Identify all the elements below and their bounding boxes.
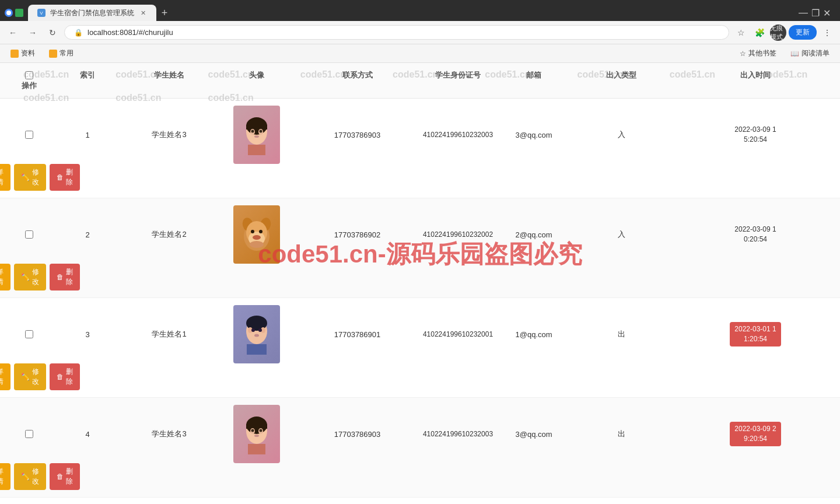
row1-phone: 17703786903 <box>303 131 411 139</box>
row1-checkbox[interactable] <box>12 131 47 139</box>
delete-icon: 🗑 <box>57 373 64 381</box>
bookmark-item-4[interactable]: 📖 阅读清单 <box>787 47 833 60</box>
edit-icon: ✏️ <box>21 273 30 281</box>
row2-edit-btn[interactable]: ✏️ 修改 <box>14 264 46 290</box>
bookmark-icon-1 <box>10 50 19 58</box>
row4-type: 出 <box>563 429 680 439</box>
menu-btn[interactable]: ⋮ <box>819 24 835 41</box>
row2-index: 2 <box>47 230 128 239</box>
svg-point-25 <box>254 334 259 337</box>
row2-action-btns: 📋 详情 ✏️ 修改 🗑 删除 <box>0 264 80 290</box>
svg-rect-3 <box>246 125 267 130</box>
svg-rect-29 <box>246 424 267 429</box>
tab-favicon: V <box>37 9 46 17</box>
row3-edit-btn[interactable]: ✏️ 修改 <box>14 363 46 390</box>
row3-detail-btn[interactable]: 📋 详情 <box>0 363 10 390</box>
bookmark-item-3[interactable]: ☆ 其他书签 <box>736 47 780 60</box>
row1-delete-btn[interactable]: 🗑 删除 <box>50 164 80 191</box>
svg-point-32 <box>251 429 254 432</box>
row3-delete-btn[interactable]: 🗑 删除 <box>50 363 80 390</box>
row2-type: 入 <box>563 229 680 240</box>
refresh-btn[interactable]: ↻ <box>44 24 61 41</box>
row1-detail-btn[interactable]: 📋 详情 <box>0 164 10 191</box>
row3-action-btns: 📋 详情 ✏️ 修改 🗑 删除 <box>0 363 80 390</box>
th-time: 出入时间 <box>680 70 831 80</box>
th-name: 学生姓名 <box>128 70 210 80</box>
row4-index: 4 <box>47 430 128 439</box>
row3-phone: 17703786901 <box>303 330 411 339</box>
row4-action-btns: 📋 详情 ✏️ 修改 🗑 删除 <box>0 463 80 490</box>
row3-actions: 📋 详情 ✏️ 修改 🗑 删除 <box>12 363 47 390</box>
table-row: 4 学生姓名3 17703786903 410224199610232003 3… <box>0 398 840 498</box>
row1-email: 3@qq.com <box>505 131 563 139</box>
minimize-btn[interactable]: — <box>799 8 808 18</box>
row4-detail-btn[interactable]: 📋 详情 <box>0 463 10 490</box>
update-btn[interactable]: 更新 <box>789 25 817 40</box>
svg-point-7 <box>260 130 262 133</box>
row1-name: 学生姓名3 <box>128 130 210 140</box>
row2-delete-btn[interactable]: 🗑 删除 <box>50 264 80 290</box>
table-header: 索引 学生姓名 头像 联系方式 学生身份证号 邮箱 出入类型 出入时间 操作 <box>0 63 840 99</box>
svg-point-24 <box>258 328 262 332</box>
bookmark-item-2[interactable]: 常用 <box>46 47 77 60</box>
close-btn[interactable]: ✕ <box>823 8 831 19</box>
url-text: localhost:8081/#/churujilu <box>88 28 173 37</box>
svg-rect-35 <box>248 444 265 454</box>
row2-actions: 📋 详情 ✏️ 修改 🗑 删除 <box>12 264 47 290</box>
row1-edit-btn[interactable]: ✏️ 修改 <box>14 164 46 191</box>
table-row: 5 学生姓名1 17703786901 410224199610232001 1… <box>0 498 840 504</box>
bookmark-item-1[interactable]: 资料 <box>7 47 38 60</box>
row1-type: 入 <box>563 130 680 140</box>
table-row: 3 学生姓名1 17703786901 410224199610232001 1… <box>0 298 840 398</box>
row2-idcard: 410224199610232002 <box>411 230 505 239</box>
row3-time-highlight: 2022-03-01 11:20:54 <box>730 322 780 346</box>
row3-checkbox[interactable] <box>12 330 47 338</box>
row2-checkbox[interactable] <box>12 230 47 239</box>
th-checkbox[interactable] <box>12 71 47 79</box>
row4-delete-btn[interactable]: 🗑 删除 <box>50 463 80 490</box>
select-all-checkbox[interactable] <box>25 71 33 79</box>
svg-point-34 <box>254 435 259 437</box>
edit-icon: ✏️ <box>21 473 30 481</box>
th-avatar: 头像 <box>210 70 303 80</box>
row4-actions: 📋 详情 ✏️ 修改 🗑 删除 <box>12 463 47 490</box>
tab-bar: V 学生宿舍门禁信息管理系统 ✕ + — ❐ ✕ <box>0 0 840 21</box>
table-row: 1 学生姓名3 17703786903 410224199610232003 <box>0 99 840 198</box>
row4-edit-btn[interactable]: ✏️ 修改 <box>14 463 46 490</box>
th-action: 操作 <box>12 80 47 91</box>
user-avatar[interactable]: 无痕模式 <box>770 24 786 41</box>
row3-time: 2022-03-01 11:20:54 <box>680 322 831 346</box>
row4-email: 3@qq.com <box>505 430 563 439</box>
bookmarks-bar: 资料 常用 ☆ 其他书签 📖 阅读清单 <box>0 44 840 63</box>
svg-point-17 <box>253 235 261 240</box>
svg-point-8 <box>254 135 259 138</box>
row2-detail-btn[interactable]: 📋 详情 <box>0 264 10 290</box>
row4-avatar-img <box>233 405 280 463</box>
row1-index: 1 <box>47 131 128 139</box>
svg-point-23 <box>251 328 255 332</box>
row4-name: 学生姓名3 <box>128 429 210 439</box>
row4-phone: 17703786903 <box>303 430 411 439</box>
new-tab-btn[interactable]: + <box>156 5 173 21</box>
url-bar[interactable]: 🔒 localhost:8081/#/churujilu <box>64 25 729 40</box>
tab-close-btn[interactable]: ✕ <box>139 9 147 17</box>
bookmark-star-btn[interactable]: ☆ <box>733 24 749 41</box>
svg-point-18 <box>250 241 264 248</box>
bookmark-label-1: 资料 <box>21 48 35 58</box>
table-row: 2 学生姓名2 17703786902 410224199610232002 2… <box>0 198 840 298</box>
row3-idcard: 410224199610232001 <box>411 330 505 338</box>
back-btn[interactable]: ← <box>5 24 21 41</box>
row1-avatar <box>210 106 303 164</box>
browser-icon <box>5 9 13 17</box>
svg-rect-26 <box>247 344 267 355</box>
bookmark-icon-2 <box>49 50 57 58</box>
maximize-btn[interactable]: ❐ <box>811 8 820 19</box>
sheets-icon <box>15 9 23 17</box>
th-email: 邮箱 <box>505 70 563 80</box>
row4-checkbox[interactable] <box>12 430 47 438</box>
row3-avatar-img <box>233 305 280 363</box>
bookmark-label-2: 常用 <box>60 48 74 58</box>
forward-btn[interactable]: → <box>24 24 41 41</box>
active-tab[interactable]: V 学生宿舍门禁信息管理系统 ✕ <box>28 5 156 21</box>
extension-btn[interactable]: 🧩 <box>751 24 768 41</box>
